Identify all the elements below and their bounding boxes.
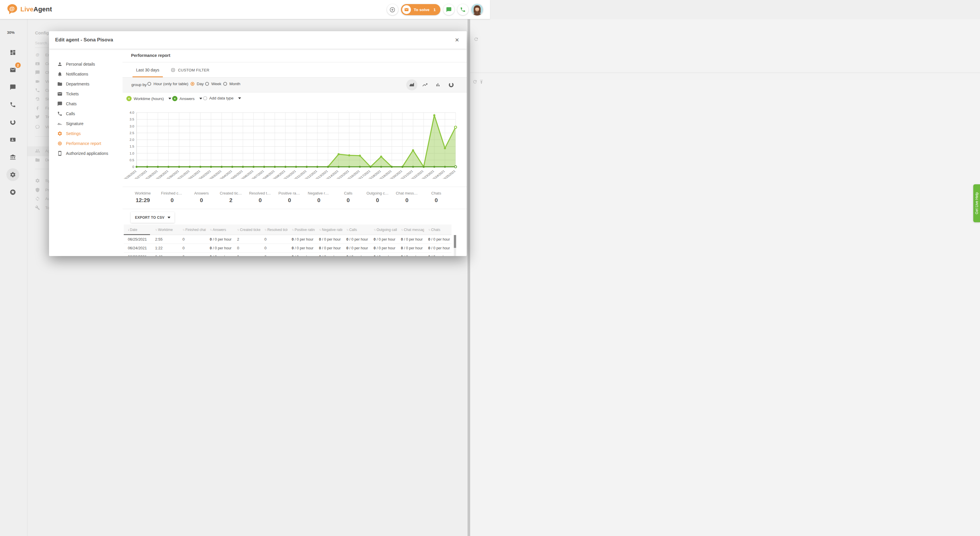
radio-icon[interactable] xyxy=(191,82,194,86)
radio-icon[interactable] xyxy=(223,82,227,86)
cell-negative-rating: 0 / 0 per hour xyxy=(315,244,342,252)
config-item-tw[interactable]: Tw xyxy=(35,114,50,119)
background-content xyxy=(470,19,490,268)
rail-gear-button[interactable] xyxy=(6,168,19,181)
config-item-co[interactable]: Co xyxy=(35,61,50,66)
cell-answers: 0 / 0 per hour xyxy=(206,235,233,244)
rail-bank-button[interactable] xyxy=(6,151,19,163)
nav-item-notifications[interactable]: Notifications xyxy=(49,69,123,79)
donut-chart-button[interactable] xyxy=(445,79,457,90)
column-header-worktime[interactable]: ↑↓Worktime xyxy=(151,225,178,235)
line-chart-button[interactable] xyxy=(419,79,431,90)
modal-nav: Personal detailsNotificationsDepartments… xyxy=(49,49,123,256)
stat-chat-messages: Chat messages0 xyxy=(392,187,422,209)
tab-last-30-days[interactable]: Last 30 days xyxy=(132,62,163,78)
nav-item-signature[interactable]: Signature xyxy=(49,119,123,128)
column-header-chat-messages[interactable]: ↑↓Chat messages xyxy=(397,225,424,235)
nav-item-authorized-applications[interactable]: Authorized applications xyxy=(49,148,123,159)
rail-donut-button[interactable] xyxy=(6,116,19,128)
upload-icon[interactable] xyxy=(479,79,484,84)
page-scrollbar[interactable] xyxy=(468,19,470,268)
remove-icon[interactable]: × xyxy=(172,96,177,101)
video-icon xyxy=(35,79,40,84)
config-item-fa[interactable]: Fa xyxy=(35,106,50,111)
column-header-outgoing-calls[interactable]: ↑↓Outgoing calls xyxy=(369,225,397,235)
performance-table: ↓Date↑↓Worktime↑↓Finished chats↑↓Answers… xyxy=(124,225,457,256)
calls-button[interactable] xyxy=(457,4,468,15)
column-header-negative-rating[interactable]: ↑↓Negative rating xyxy=(315,225,342,235)
config-item-de[interactable]: De xyxy=(35,157,50,162)
table-scrollbar-thumb[interactable] xyxy=(454,235,456,248)
radio-icon[interactable] xyxy=(147,82,151,86)
user-avatar[interactable] xyxy=(471,4,483,16)
group-by-option-hour[interactable]: Hour (only for table) xyxy=(147,82,188,86)
sort-icon: ↑↓ xyxy=(237,228,239,231)
nav-item-tickets[interactable]: Tickets xyxy=(49,89,123,99)
active-tab-indicator xyxy=(132,76,163,77)
table-row[interactable]: 06/23/20213:4800 / 0 per hour000 / 0 per… xyxy=(124,252,452,256)
chevron-down-icon[interactable] xyxy=(169,98,171,100)
column-header-calls[interactable]: ↑↓Calls xyxy=(342,225,370,235)
chip-add-data-type[interactable]: Add data type xyxy=(203,96,241,100)
config-item-ag[interactable]: Ag xyxy=(35,148,50,154)
logo-text: LiveAgent xyxy=(21,6,52,13)
rail-phone-button[interactable] xyxy=(6,98,19,111)
cell-created-tickets: 0 xyxy=(233,252,260,256)
column-header-resolved-tickets[interactable]: ↑↓Resolved tickets xyxy=(260,225,288,235)
column-header-answers[interactable]: ↑↓Answers xyxy=(206,225,233,235)
tab-custom-filter[interactable]: CUSTOM FILTER xyxy=(171,62,209,78)
config-item-vib[interactable]: Vib xyxy=(35,125,51,130)
chat-icon xyxy=(57,101,62,106)
chip-worktime--hours-[interactable]: ×Worktime (hours) xyxy=(126,96,171,101)
refresh-icon[interactable] xyxy=(474,37,479,42)
donut-icon xyxy=(10,119,16,125)
group-by-option-day[interactable]: Day xyxy=(191,82,204,86)
radio-icon[interactable] xyxy=(205,82,209,86)
nav-item-performance-report[interactable]: Performance report xyxy=(49,138,123,148)
column-header-chats[interactable]: ↑↓Chats xyxy=(424,225,452,235)
config-item-ch[interactable]: Ch xyxy=(35,70,50,75)
close-icon[interactable]: × xyxy=(453,36,461,44)
refresh-icon[interactable] xyxy=(473,79,477,84)
table-row[interactable]: 06/24/20211:2200 / 0 per hour000 / 0 per… xyxy=(124,244,452,252)
remove-icon[interactable]: × xyxy=(126,96,132,101)
add-new-button[interactable] xyxy=(387,4,398,15)
config-item-ca[interactable]: Ca xyxy=(35,88,50,93)
config-item-sla[interactable]: Sla xyxy=(35,97,51,101)
area-chart-button[interactable] xyxy=(406,79,417,90)
rail-star-circle-button[interactable] xyxy=(6,186,19,198)
column-header-finished-chats[interactable]: ↑↓Finished chats xyxy=(178,225,206,235)
chevron-down-icon[interactable] xyxy=(238,97,241,99)
column-header-created-tickets[interactable]: ↑↓Created tickets xyxy=(233,225,260,235)
group-by-option-week[interactable]: Week xyxy=(205,82,221,86)
config-item-au[interactable]: Au xyxy=(35,196,50,201)
config-item-to[interactable]: To xyxy=(35,205,49,210)
export-to-csv-button[interactable]: EXPORT TO CSV xyxy=(131,212,175,223)
column-header-positive-rating[interactable]: ↑↓Positive rating xyxy=(288,225,315,235)
nav-item-personal-details[interactable]: Personal details xyxy=(49,59,123,69)
table-row[interactable]: 06/25/20212:5500 / 0 per hour200 / 0 per… xyxy=(124,235,452,244)
rail-dashboard-button[interactable] xyxy=(6,46,19,59)
bar-chart-button[interactable] xyxy=(433,79,444,90)
chats-button[interactable] xyxy=(443,4,454,15)
chevron-down-icon[interactable] xyxy=(199,98,202,100)
cell-chat-messages: 0 / 0 per hour xyxy=(397,252,424,256)
rail-chat-button[interactable] xyxy=(6,81,19,94)
to-solve-label: To solve xyxy=(414,8,430,12)
mail-icon xyxy=(10,67,16,73)
stat-negative-rating: Negative rating0 xyxy=(304,187,334,209)
nav-item-chats[interactable]: Chats xyxy=(49,99,123,109)
to-solve-button[interactable]: To solve 1 xyxy=(401,4,441,15)
rail-contact-card-button[interactable] xyxy=(6,133,19,146)
config-item-pr[interactable]: Pr xyxy=(35,187,49,192)
cell-chats: 0 / 0 per hour xyxy=(424,252,452,256)
group-by-option-month[interactable]: Month xyxy=(223,82,240,86)
config-item-vid[interactable]: Vid xyxy=(35,79,51,84)
config-item-em[interactable]: @Em xyxy=(35,52,51,57)
config-item-sy[interactable]: Sy xyxy=(35,178,50,183)
chip-answers[interactable]: ×Answers xyxy=(172,96,202,101)
nav-item-departments[interactable]: Departments xyxy=(49,79,123,89)
nav-item-calls[interactable]: Calls xyxy=(49,109,123,119)
nav-item-settings[interactable]: Settings xyxy=(49,128,123,138)
column-header-date[interactable]: ↓Date xyxy=(124,225,151,235)
